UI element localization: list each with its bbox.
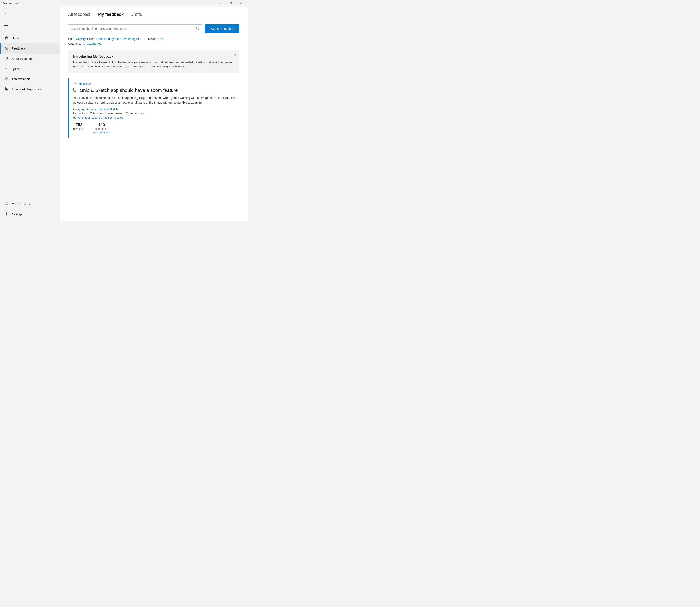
last-activity-value: This collection was created [90,112,123,115]
comments-stat: 110 comments Add comment [93,123,110,134]
filter-row: Sort: Activity Filter: Submitted by me, … [68,37,239,41]
sidebar-item-achievements[interactable]: Achievements [0,74,60,84]
svg-point-14 [74,83,76,84]
svg-rect-1 [5,57,8,59]
sort-label: Sort: [68,37,75,41]
category-value[interactable]: All Categories [83,42,101,45]
feedback-category: Category Apps > Snip and Sketch [73,108,239,111]
last-activity-label: Last activity [73,112,88,115]
feedback-last-activity: Last activity This collection was create… [73,112,239,115]
svg-rect-9 [7,89,8,90]
search-input[interactable] [71,27,195,30]
svg-point-10 [5,202,7,204]
sort-value[interactable]: Activity [76,37,85,41]
hamburger-line-1 [4,24,8,24]
app-body: ← Home Feedback [0,7,248,221]
titlebar: Feedback Hub − □ ✕ [0,0,248,7]
svg-point-12 [196,27,198,29]
sidebar-bottom: Cora Thomas Settings [0,199,60,221]
intro-banner-close-button[interactable]: ✕ [234,53,237,57]
category-app-link[interactable]: Apps [87,108,93,111]
feedback-card: Suggestion Snip & Sketch app should have… [68,78,239,138]
sidebar: ← Home Feedback [0,7,60,221]
official-response-label: An official response has been posted [78,116,123,119]
category-separator: > [95,108,96,111]
add-feedback-button[interactable]: + Add new feedback [205,24,240,33]
sidebar-item-feedback[interactable]: Feedback [0,43,60,54]
titlebar-title: Feedback Hub [3,2,216,5]
maximize-button[interactable]: □ [226,0,236,7]
sidebar-item-settings[interactable]: Settings [0,209,60,219]
feedback-stats: 1752 upvotes 110 comments Add comment [73,123,239,134]
sidebar-item-home-label: Home [12,37,20,40]
filter-divider: | [144,37,145,41]
feedback-title-text[interactable]: Snip & Sketch app should have a zoom fea… [80,88,178,93]
category-label: Category: [68,42,81,45]
settings-icon [4,212,9,217]
tab-all-feedback[interactable]: All feedback [68,12,91,19]
filter-label: Filter: [87,37,95,41]
sidebar-item-announcements[interactable]: Announcements [0,54,60,64]
user-avatar-icon [4,202,9,207]
category-row: Category: All Categories [68,42,239,45]
svg-point-6 [5,77,8,80]
search-box [68,24,202,33]
intro-banner: Introducing My feedback My feedback make… [68,50,239,73]
feedback-description: You should be able to zoom in on an imag… [73,96,239,105]
sidebar-item-advanced-diagnostics-label: Advanced Diagnostics [12,88,41,91]
svg-line-13 [198,29,199,30]
search-button[interactable] [195,26,200,31]
comments-count: 110 [99,123,105,127]
category-sub-link[interactable]: Snip and Sketch [98,108,118,111]
last-activity-time: 52 seconds ago [125,112,145,115]
feedback-app-icon [73,87,78,93]
close-button[interactable]: ✕ [236,0,245,7]
upvotes-stat: 1752 upvotes [73,123,83,130]
user-name-label: Cora Thomas [12,203,30,206]
filter-value[interactable]: Submitted by me, Upvoted by me [97,37,141,41]
sidebar-item-quests[interactable]: Quests [0,64,60,74]
titlebar-controls: − □ ✕ [216,0,245,7]
sidebar-item-home[interactable]: Home [0,33,60,43]
sidebar-item-advanced-diagnostics[interactable]: Advanced Diagnostics [0,84,60,95]
feedback-tag-label: Suggestion [78,82,91,85]
sidebar-spacer [0,95,60,199]
sidebar-item-announcements-label: Announcements [12,57,33,60]
sidebar-item-achievements-label: Achievements [12,78,31,81]
intro-banner-title: Introducing My feedback [73,55,234,59]
svg-point-11 [6,213,7,214]
settings-label: Settings [12,213,23,216]
category-meta-label: Category [73,108,84,111]
hamburger-line-2 [4,25,8,26]
upvotes-label: upvotes [73,127,83,130]
comments-label: comments [95,127,108,130]
sidebar-item-user[interactable]: Cora Thomas [0,199,60,209]
hamburger-button[interactable] [2,21,10,30]
response-check-icon [73,116,77,120]
intro-banner-text: My feedback makes it easier to find the … [73,60,234,68]
official-response[interactable]: An official response has been posted [73,116,239,120]
upvotes-count: 1752 [74,123,82,127]
svg-rect-7 [5,87,6,90]
minimize-button[interactable]: − [216,0,226,7]
device-label: Device: [148,37,158,41]
home-icon [4,36,9,41]
quests-icon [4,67,9,71]
feedback-title: Snip & Sketch app should have a zoom fea… [73,87,239,93]
svg-rect-8 [6,88,7,90]
tab-my-feedback[interactable]: My feedback [98,12,124,19]
main-content: All feedback My feedback Drafts + Add ne… [60,7,248,221]
svg-rect-16 [74,88,77,91]
hamburger-line-3 [4,26,8,27]
announcements-icon [4,56,9,61]
sidebar-item-feedback-label: Feedback [12,47,25,50]
feedback-tag: Suggestion [73,82,239,86]
tab-drafts[interactable]: Drafts [131,12,142,19]
add-comment-link[interactable]: Add comment [93,131,110,134]
feedback-icon [4,46,9,51]
device-value[interactable]: PC [160,37,164,41]
advanced-diagnostics-icon [4,87,9,92]
back-button[interactable]: ← [2,9,10,18]
tabs: All feedback My feedback Drafts [68,12,239,19]
suggestion-icon [73,82,76,86]
